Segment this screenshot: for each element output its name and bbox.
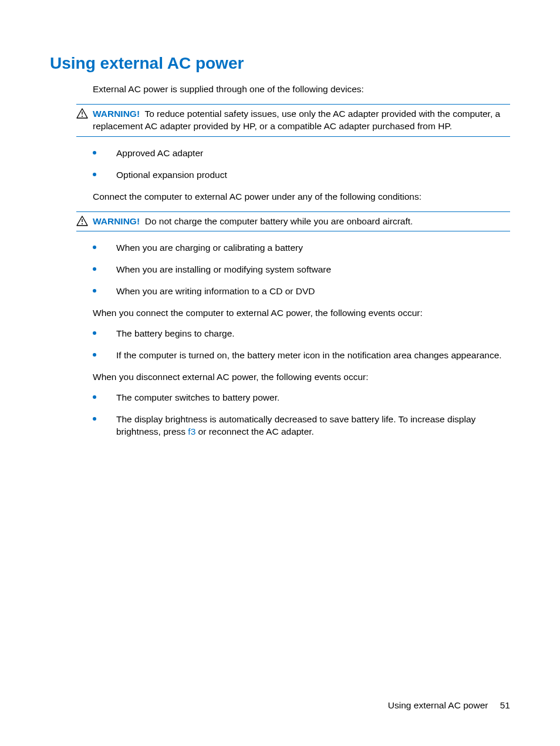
list-item-text: or reconnect the AC adapter.: [195, 426, 314, 436]
warning-box-1: WARNING! To reduce potential safety issu…: [76, 104, 510, 137]
intro-paragraph: External AC power is supplied through on…: [93, 83, 510, 96]
disconnect-events-list: The computer switches to battery power. …: [93, 392, 510, 438]
svg-point-3: [82, 223, 83, 224]
device-list: Approved AC adapter Optional expansion p…: [93, 147, 510, 182]
key-reference: f3: [188, 426, 195, 436]
conditions-list: When you are charging or calibrating a b…: [93, 242, 510, 298]
warning-label: WARNING!: [93, 109, 140, 119]
list-item: If the computer is turned on, the batter…: [93, 350, 510, 362]
warning-triangle-icon: [76, 216, 88, 226]
list-item: Optional expansion product: [93, 169, 510, 182]
paragraph: When you disconnect external AC power, t…: [93, 371, 510, 384]
svg-point-1: [82, 116, 83, 117]
footer-title: Using external AC power: [388, 700, 488, 710]
warning-text: To reduce potential safety issues, use o…: [93, 109, 500, 131]
warning-text: Do not charge the computer battery while…: [145, 216, 413, 226]
list-item: When you are writing information to a CD…: [93, 285, 510, 298]
list-item: The battery begins to charge.: [93, 328, 510, 340]
list-item: Approved AC adapter: [93, 147, 510, 160]
list-item: The computer switches to battery power.: [93, 392, 510, 404]
warning-triangle-icon: [76, 108, 88, 119]
page-heading: Using external AC power: [50, 54, 510, 73]
paragraph: Connect the computer to external AC powe…: [93, 191, 510, 203]
paragraph: When you connect the computer to externa…: [93, 307, 510, 320]
list-item: The display brightness is automatically …: [93, 414, 510, 438]
page-number: 51: [500, 700, 510, 710]
list-item: When you are charging or calibrating a b…: [93, 242, 510, 254]
warning-label: WARNING!: [93, 216, 140, 226]
list-item: When you are installing or modifying sys…: [93, 264, 510, 276]
warning-box-2: WARNING! Do not charge the computer batt…: [76, 211, 510, 232]
page-footer: Using external AC power 51: [388, 700, 510, 711]
connect-events-list: The battery begins to charge. If the com…: [93, 328, 510, 362]
